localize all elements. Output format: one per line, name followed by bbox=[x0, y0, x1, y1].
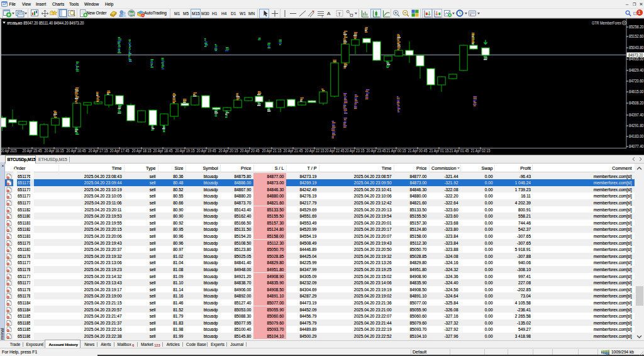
svg-text:20 Apr 19:15: 20 Apr 19:15 bbox=[175, 148, 195, 153]
svg-text:84720.60: 84720.60 bbox=[629, 79, 644, 83]
svg-text:20 Apr 22:45: 20 Apr 22:45 bbox=[325, 148, 345, 153]
svg-text:84506.20: 84506.20 bbox=[629, 101, 644, 105]
svg-text:20 Apr 20:45: 20 Apr 20:45 bbox=[240, 148, 260, 153]
svg-text:21 Apr 00:45: 21 Apr 00:45 bbox=[408, 148, 428, 153]
svg-text:21 Apr 00:15: 21 Apr 00:15 bbox=[387, 148, 406, 153]
svg-text:85258.20: 85258.20 bbox=[629, 25, 644, 29]
svg-text:84183.00: 84183.00 bbox=[629, 134, 644, 138]
svg-text:20 Apr 22:15: 20 Apr 22:15 bbox=[305, 148, 325, 153]
svg-text:20 Apr 17:15: 20 Apr 17:15 bbox=[89, 148, 108, 153]
svg-text:85047.20 85111.40 84944.20 849: 85047.20 85111.40 84944.20 84973.20 bbox=[23, 21, 84, 25]
svg-text:20 Apr 19:45: 20 Apr 19:45 bbox=[197, 148, 216, 153]
svg-text:84291.80: 84291.80 bbox=[629, 123, 644, 128]
svg-text:20 Apr 18:15: 20 Apr 18:15 bbox=[132, 148, 152, 153]
svg-text:85043.80: 85043.80 bbox=[629, 45, 644, 50]
svg-text:84397.40: 84397.40 bbox=[629, 113, 644, 117]
svg-text:20 Apr 23:15: 20 Apr 23:15 bbox=[345, 148, 365, 153]
svg-text:20 Apr 21:45: 20 Apr 21:45 bbox=[284, 148, 303, 153]
svg-text:T: T bbox=[338, 12, 341, 16]
svg-text:20 Apr 20:15: 20 Apr 20:15 bbox=[219, 148, 238, 153]
svg-text:21 Apr 01:15: 21 Apr 01:15 bbox=[430, 148, 449, 153]
svg-text:GTR MemberForex: GTR MemberForex bbox=[592, 21, 621, 25]
svg-text:20 Apr 17:45: 20 Apr 17:45 bbox=[110, 148, 130, 153]
svg-text:20 Apr 16:15: 20 Apr 16:15 bbox=[45, 148, 64, 153]
svg-text:84829.40: 84829.40 bbox=[629, 68, 644, 72]
svg-text:20 Apr 16:45: 20 Apr 16:45 bbox=[67, 148, 86, 153]
svg-text:f: f bbox=[322, 14, 323, 18]
svg-text:21 Apr 01:45: 21 Apr 01:45 bbox=[450, 148, 469, 153]
svg-text:84615.00: 84615.00 bbox=[629, 89, 644, 94]
svg-text:20 Apr 18:45: 20 Apr 18:45 bbox=[153, 148, 173, 153]
svg-text:BTCUSDp,M15: BTCUSDp,M15 bbox=[8, 21, 23, 25]
svg-text:20 Apr 15:45: 20 Apr 15:45 bbox=[23, 148, 42, 153]
svg-text:20 Apr 21:15: 20 Apr 21:15 bbox=[262, 148, 282, 153]
svg-text:84935.00: 84935.00 bbox=[629, 57, 644, 61]
svg-text:21 Apr 02:15: 21 Apr 02:15 bbox=[471, 148, 491, 153]
svg-text:84077.40: 84077.40 bbox=[629, 144, 644, 148]
svg-text:20 Apr 2025: 20 Apr 2025 bbox=[1, 148, 17, 153]
svg-text:20 Apr 23:45: 20 Apr 23:45 bbox=[367, 148, 386, 153]
svg-text:84973.20: 84973.20 bbox=[628, 53, 643, 57]
svg-text:85152.60: 85152.60 bbox=[629, 34, 644, 38]
